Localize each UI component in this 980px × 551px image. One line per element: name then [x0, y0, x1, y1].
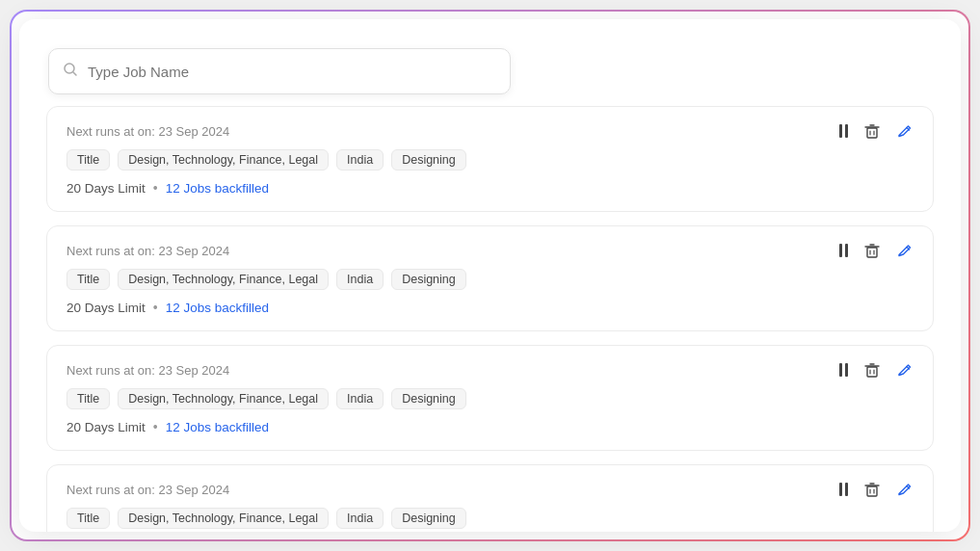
- job-card: Next runs at on: 23 Sep 2024: [46, 345, 934, 451]
- pause-icon: [839, 244, 848, 257]
- card-footer: 20 Days Limit • 12 Jobs backfilled: [66, 180, 914, 196]
- next-runs-label: Next runs at on: 23 Sep 2024: [66, 244, 229, 258]
- card-actions: [839, 122, 914, 140]
- tag-country: India: [336, 508, 384, 529]
- jobs-backfilled-link[interactable]: 12 Jobs backfilled: [166, 420, 269, 434]
- svg-line-1: [73, 72, 76, 75]
- tag-title: Title: [66, 388, 110, 409]
- job-card: Next runs at on: 23 Sep 2024: [46, 464, 934, 532]
- svg-rect-12: [867, 367, 877, 377]
- pause-button[interactable]: [839, 124, 848, 138]
- pause-button[interactable]: [839, 483, 848, 496]
- search-icon: [63, 62, 78, 81]
- jobs-backfilled-link[interactable]: 12 Jobs backfilled: [166, 181, 269, 196]
- card-actions: [839, 242, 914, 259]
- tag-type: Designing: [391, 508, 466, 529]
- tag-country: India: [336, 388, 384, 409]
- tag-country: India: [336, 269, 384, 290]
- pause-button[interactable]: [839, 363, 848, 377]
- svg-rect-7: [867, 248, 877, 257]
- next-runs-label: Next runs at on: 23 Sep 2024: [66, 483, 229, 497]
- days-limit: 20 Days Limit: [66, 420, 146, 434]
- card-footer: 20 Days Limit • 12 Jobs backfilled: [66, 419, 914, 434]
- pause-icon: [839, 483, 848, 496]
- edit-button[interactable]: [896, 122, 914, 140]
- main-panel: Next runs at on: 23 Sep 2024: [19, 19, 961, 532]
- tag-country: India: [336, 149, 384, 171]
- tag-type: Designing: [391, 388, 466, 409]
- tags-row: Title Design, Technology, Finance, Legal…: [66, 269, 914, 290]
- pause-icon: [839, 124, 848, 138]
- job-card-header: Next runs at on: 23 Sep 2024: [66, 242, 914, 259]
- svg-rect-2: [867, 128, 877, 138]
- tag-categories: Design, Technology, Finance, Legal: [118, 388, 329, 409]
- tag-type: Designing: [391, 269, 466, 290]
- tag-type: Designing: [391, 149, 466, 171]
- job-card-header: Next runs at on: 23 Sep 2024: [66, 481, 914, 498]
- tag-categories: Design, Technology, Finance, Legal: [118, 269, 329, 290]
- delete-button[interactable]: [863, 361, 881, 379]
- edit-button[interactable]: [896, 481, 914, 498]
- tags-row: Title Design, Technology, Finance, Legal…: [66, 388, 914, 409]
- tags-row: Title Design, Technology, Finance, Legal…: [66, 149, 914, 171]
- pause-icon: [839, 363, 848, 377]
- pause-button[interactable]: [839, 244, 848, 257]
- next-runs-label: Next runs at on: 23 Sep 2024: [66, 363, 229, 378]
- tags-row: Title Design, Technology, Finance, Legal…: [66, 508, 914, 529]
- job-name-search-input[interactable]: [88, 64, 496, 80]
- outer-container: Next runs at on: 23 Sep 2024: [0, 0, 980, 551]
- job-card: Next runs at on: 23 Sep 2024: [46, 225, 934, 331]
- card-footer: 20 Days Limit • 12 Jobs backfilled: [66, 300, 914, 315]
- job-card: Next runs at on: 23 Sep 2024: [46, 106, 934, 212]
- delete-button[interactable]: [863, 122, 881, 140]
- delete-button[interactable]: [863, 242, 881, 259]
- days-limit: 20 Days Limit: [66, 181, 146, 196]
- edit-button[interactable]: [896, 242, 914, 259]
- tag-title: Title: [66, 149, 110, 171]
- separator-dot: •: [153, 419, 158, 434]
- job-card-header: Next runs at on: 23 Sep 2024: [66, 361, 914, 379]
- card-actions: [839, 361, 914, 379]
- days-limit: 20 Days Limit: [66, 301, 146, 315]
- edit-button[interactable]: [896, 361, 914, 379]
- separator-dot: •: [153, 180, 158, 196]
- card-actions: [839, 481, 914, 498]
- svg-rect-17: [867, 486, 877, 496]
- tag-title: Title: [66, 269, 110, 290]
- content-area: Next runs at on: 23 Sep 2024: [19, 106, 961, 532]
- search-bar-wrapper: [48, 48, 511, 94]
- tag-categories: Design, Technology, Finance, Legal: [118, 149, 329, 171]
- next-runs-label: Next runs at on: 23 Sep 2024: [66, 124, 229, 139]
- search-bar: [48, 48, 511, 94]
- separator-dot: •: [153, 300, 158, 315]
- delete-button[interactable]: [863, 481, 881, 498]
- tag-categories: Design, Technology, Finance, Legal: [118, 508, 329, 529]
- jobs-backfilled-link[interactable]: 12 Jobs backfilled: [166, 301, 269, 315]
- tag-title: Title: [66, 508, 110, 529]
- job-card-header: Next runs at on: 23 Sep 2024: [66, 122, 914, 140]
